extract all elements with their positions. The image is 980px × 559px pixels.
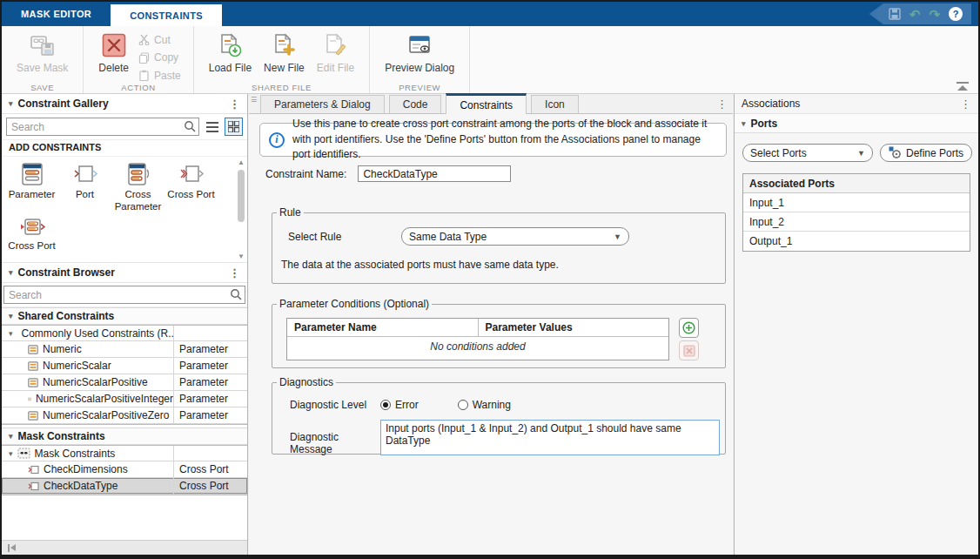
gallery-item-cross-port-2[interactable]: Cross Port — [5, 217, 58, 253]
delete-button[interactable]: Delete — [92, 30, 135, 76]
ports-section-header[interactable]: ▾ Ports — [735, 114, 978, 133]
gallery-scrollbar[interactable]: ▲ ▼ — [236, 158, 246, 260]
tabbar-menu-icon[interactable]: ⋮ — [716, 98, 728, 111]
load-file-icon — [217, 32, 243, 58]
tab-constraints[interactable]: Constraints — [446, 93, 527, 114]
parameter-conditions-table: Parameter Name Parameter Values No condi… — [286, 318, 669, 360]
scroll-up-icon[interactable]: ▲ — [238, 158, 245, 166]
tree-row-numericscalar[interactable]: NumericScalar Parameter — [2, 358, 247, 374]
select-ports-value: Select Ports — [750, 147, 807, 159]
parameter-constraint-icon — [28, 394, 31, 404]
tab-parameters-dialog[interactable]: Parameters & Dialog — [260, 95, 385, 113]
collapse-triangle-icon[interactable]: ▾ — [9, 99, 13, 108]
select-ports-dropdown[interactable]: Select Ports ▼ — [742, 144, 873, 162]
tree-row-numericscalarpositiveinteger[interactable]: NumericScalarPositiveInteger Parameter — [2, 391, 247, 407]
port-constraint-icon — [72, 162, 98, 186]
paste-label: Paste — [154, 70, 181, 82]
help-icon[interactable]: ? — [949, 7, 963, 21]
tree-row-checkdimensions[interactable]: CheckDimensions Cross Port — [2, 461, 247, 478]
save-mask-button[interactable]: Save Mask — [10, 30, 74, 76]
titlebar: MASK EDITOR CONSTRAINTS ↶ ↷ ? — [2, 2, 978, 26]
save-icon[interactable] — [889, 8, 901, 20]
diagnostic-message-input[interactable]: Input ports (Input_1 & Input_2) and Outp… — [380, 420, 720, 455]
tree-row-numericscalarpositive[interactable]: NumericScalarPositive Parameter — [2, 374, 247, 391]
radio-error-label: Error — [395, 399, 419, 411]
tree-row-label: NumericScalarPositiveZero — [43, 409, 169, 421]
scroll-down-icon[interactable]: ▼ — [238, 253, 245, 260]
copy-button[interactable]: Copy — [138, 50, 181, 66]
mask-constraints-section[interactable]: ▾ Mask Constraints — [2, 428, 247, 445]
paste-button[interactable]: Paste — [138, 67, 181, 84]
gallery-item-parameter[interactable]: Parameter — [5, 162, 58, 213]
new-file-button[interactable]: New File — [258, 30, 311, 76]
add-condition-button[interactable] — [679, 318, 699, 338]
tab-icon[interactable]: Icon — [531, 95, 579, 113]
tree-row-commonly-used[interactable]: ▾ Commonly Used Constraints (R... — [2, 325, 247, 341]
tree-row-numeric[interactable]: Numeric Parameter — [2, 341, 247, 358]
gallery-item-cross-port[interactable]: Cross Port — [164, 162, 218, 213]
constraint-gallery: Parameter Port — [2, 157, 247, 263]
tree-row-numericscalarpositivezero[interactable]: NumericScalarPositiveZero Parameter — [2, 407, 247, 424]
tab-code[interactable]: Code — [389, 95, 442, 113]
collapse-triangle-icon[interactable]: ▾ — [9, 329, 13, 338]
tree-row-label: CheckDimensions — [44, 463, 128, 475]
list-view-button[interactable] — [203, 118, 221, 136]
tree-row-mask-constraints-root[interactable]: ▾ Mask Constraints — [2, 445, 247, 461]
tree-row-checkdatatype[interactable]: CheckDataType Cross Port — [2, 478, 247, 495]
redo-icon[interactable]: ↷ — [929, 8, 940, 21]
browser-menu-icon[interactable]: ⋮ — [229, 267, 240, 279]
tree-row-type: Cross Port — [179, 480, 229, 492]
associations-menu-icon[interactable]: ⋮ — [960, 98, 971, 110]
port-row-input-1[interactable]: Input_1 — [743, 193, 970, 212]
collapse-triangle-icon: ▾ — [9, 312, 13, 320]
gallery-search-input[interactable] — [6, 118, 199, 136]
tree-row-type: Parameter — [179, 376, 228, 388]
radio-warning[interactable] — [458, 400, 468, 410]
radio-error[interactable] — [380, 400, 391, 410]
mask-constraints-tree: ▾ Mask Constraints CheckDimens — [2, 445, 247, 495]
load-file-button[interactable]: Load File — [203, 30, 258, 76]
select-rule-dropdown[interactable]: Same Data Type ▼ — [401, 227, 629, 246]
ribbon-group-action: Delete Cut Copy — [84, 26, 193, 93]
collapse-triangle-icon[interactable]: ▾ — [9, 268, 13, 277]
toolstrip-tab-mask-editor[interactable]: MASK EDITOR — [2, 2, 111, 26]
ribbon-group-save-label: SAVE — [2, 83, 83, 92]
delete-x-icon — [683, 345, 695, 357]
browser-search-input[interactable] — [3, 286, 245, 304]
gallery-item-port[interactable]: Port — [58, 162, 111, 213]
undo-icon[interactable]: ↶ — [910, 8, 921, 21]
define-ports-button[interactable]: Define Ports — [880, 144, 972, 162]
rule-legend: Rule — [277, 206, 304, 219]
shared-constraints-section[interactable]: ▾ Shared Constraints — [2, 307, 247, 325]
collapse-left-panel-icon[interactable] — [8, 544, 16, 552]
chevron-down-icon: ▼ — [857, 149, 865, 158]
delete-condition-button[interactable] — [679, 340, 699, 360]
cut-button[interactable]: Cut — [138, 31, 181, 48]
collapse-triangle-icon[interactable]: ▾ — [9, 449, 13, 458]
shared-constraints-tree: ▾ Commonly Used Constraints (R... — [2, 325, 247, 425]
parameter-constraint-icon — [28, 345, 38, 354]
preview-dialog-button[interactable]: Preview Dialog — [379, 30, 460, 76]
rule-description: The data at the associated ports must ha… — [281, 259, 725, 271]
tree-row-label: NumericScalarPositiveInteger — [36, 393, 173, 405]
constraint-name-input[interactable] — [358, 165, 511, 182]
gallery-menu-icon[interactable]: ⋮ — [229, 98, 240, 110]
edit-file-button[interactable]: Edit File — [311, 30, 360, 76]
toolstrip-tab-constraints[interactable]: CONSTRAINTS — [111, 4, 222, 26]
port-row-output-1[interactable]: Output_1 — [743, 232, 970, 251]
gallery-item-cross-parameter[interactable]: Cross Parameter — [111, 162, 164, 213]
tree-row-label: CheckDataType — [44, 480, 117, 492]
scrollbar-thumb[interactable] — [238, 170, 245, 222]
panel-splitter-handle[interactable]: ☰ — [251, 98, 258, 101]
grid-view-icon — [228, 121, 239, 132]
info-icon: i — [269, 132, 285, 148]
grid-view-button[interactable] — [225, 118, 243, 136]
port-row-input-2[interactable]: Input_2 — [743, 212, 970, 232]
gallery-search-row — [2, 114, 247, 140]
radio-warning-label: Warning — [473, 399, 511, 411]
delete-icon — [101, 32, 127, 58]
shared-constraints-label: Shared Constraints — [18, 310, 115, 322]
ribbon-group-save: Save Mask SAVE — [2, 26, 84, 93]
list-view-icon — [206, 122, 218, 132]
collapse-ribbon-button[interactable] — [956, 82, 970, 91]
